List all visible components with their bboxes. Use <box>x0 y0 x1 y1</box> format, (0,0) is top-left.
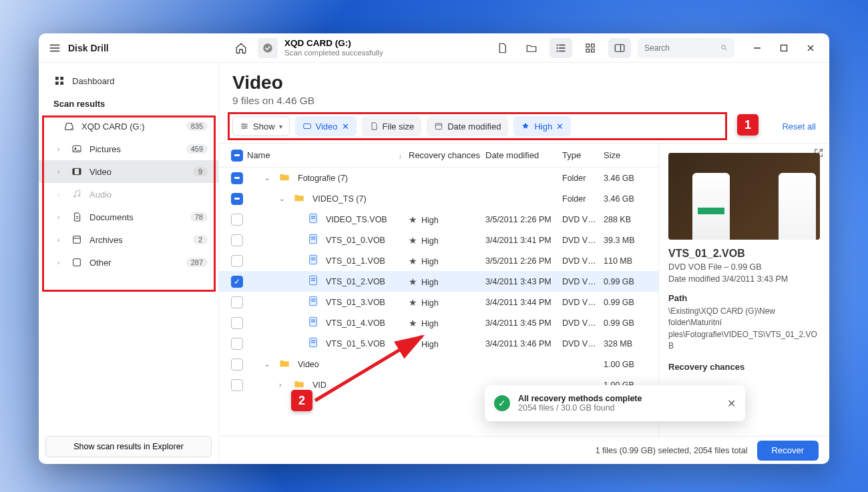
minimize-button[interactable] <box>745 38 769 58</box>
reset-filters-link[interactable]: Reset all <box>782 121 816 132</box>
detail-filename: VTS_01_2.VOB <box>668 248 820 260</box>
maximize-icon <box>780 44 788 52</box>
recovery-cell: ★High <box>409 235 485 246</box>
table-row[interactable]: ⌄Fotografie (7)Folder3.46 GB <box>219 168 658 188</box>
toast-close-button[interactable]: ✕ <box>727 397 736 410</box>
recover-button[interactable]: Recover <box>757 441 819 461</box>
filter-chip-date[interactable]: Date modified <box>427 116 508 136</box>
star-icon: ★ <box>409 338 417 349</box>
svg-rect-2 <box>592 44 595 47</box>
sidebar-dashboard[interactable]: Dashboard <box>39 69 218 92</box>
sidebar-item-label: Audio <box>89 190 112 200</box>
svg-rect-4 <box>592 49 595 52</box>
sidebar-item-archives[interactable]: › Archives 2 <box>39 228 218 251</box>
sidebar-item-audio[interactable]: › Audio <box>39 183 218 206</box>
svg-rect-39 <box>311 238 316 239</box>
row-checkbox[interactable] <box>231 276 243 288</box>
sidebar-item-documents[interactable]: › Documents 78 <box>39 206 218 228</box>
search-input[interactable] <box>644 43 716 53</box>
row-checkbox[interactable] <box>231 317 243 329</box>
menu-button[interactable] <box>45 39 64 57</box>
toast-subtitle: 2054 files / 30.0 GB found <box>518 403 642 413</box>
file-name: VTS_01_1.VOB <box>326 256 385 266</box>
breadcrumb-title: XQD CARD (G:) <box>284 38 383 49</box>
list-icon <box>555 42 567 54</box>
file-name: VIDEO_TS (7) <box>312 194 367 204</box>
grid-view-button[interactable] <box>579 38 602 58</box>
panel-toggle-button[interactable] <box>608 38 631 58</box>
size-cell: 0.99 GB <box>604 318 650 328</box>
folder-icon <box>279 358 290 370</box>
star-icon: ★ <box>409 235 417 246</box>
sliders-icon <box>240 121 249 131</box>
sidebar-item-label: Video <box>89 167 112 177</box>
table-row[interactable]: VTS_01_5.VOB★High3/4/2011 3:46 PMDVD V…3… <box>219 333 658 354</box>
col-date[interactable]: Date modified <box>485 150 562 160</box>
svg-rect-54 <box>311 342 316 342</box>
maximize-button[interactable] <box>772 38 796 58</box>
filter-show[interactable]: Show ▾ <box>232 116 290 136</box>
table-row[interactable]: VTS_01_2.VOB★High3/4/2011 3:43 PMDVD V…0… <box>219 271 658 292</box>
row-checkbox[interactable] <box>231 172 243 184</box>
show-in-explorer-button[interactable]: Show scan results in Explorer <box>45 436 212 457</box>
expander-icon[interactable]: › <box>279 381 287 389</box>
row-checkbox[interactable] <box>231 338 243 350</box>
svg-point-22 <box>78 194 80 196</box>
remove-chip-icon[interactable]: ✕ <box>556 121 564 132</box>
svg-rect-20 <box>79 168 81 174</box>
filter-chip-video[interactable]: Video ✕ <box>295 116 357 136</box>
date-cell: 3/4/2011 3:41 PM <box>485 236 562 245</box>
svg-rect-12 <box>60 77 63 80</box>
video-icon <box>302 121 312 131</box>
table-row[interactable]: VIDEO_TS.VOB★High3/5/2011 2:26 PMDVD V…2… <box>219 209 658 230</box>
detail-date: Date modified 3/4/2011 3:43 PM <box>668 274 820 284</box>
table-row[interactable]: ⌄VIDEO_TS (7)Folder3.46 GB <box>219 188 658 209</box>
folder-icon <box>294 379 304 391</box>
new-file-button[interactable] <box>491 38 513 58</box>
table-row[interactable]: VTS_01_3.VOB★High3/4/2011 3:44 PMDVD V…0… <box>219 292 658 312</box>
row-checkbox[interactable] <box>231 296 243 308</box>
expander-icon[interactable]: ⌄ <box>279 195 287 202</box>
type-cell: DVD V… <box>562 298 604 307</box>
table-row[interactable]: VTS_01_1.VOB★High3/5/2011 2:26 PMDVD V…1… <box>219 250 658 271</box>
col-size[interactable]: Size <box>604 150 650 160</box>
close-button[interactable] <box>799 38 823 58</box>
row-checkbox[interactable] <box>231 193 243 205</box>
type-cell: DVD V… <box>562 318 604 328</box>
sidebar-item-video[interactable]: › Video 9 <box>39 160 218 183</box>
toast-notification: ✓ All recovery methods complete 2054 fil… <box>485 385 745 421</box>
col-name[interactable]: Name↓ <box>247 150 409 160</box>
type-cell: DVD V… <box>562 339 604 348</box>
sidebar-item-other[interactable]: › Other 287 <box>39 251 218 274</box>
scan-status[interactable] <box>258 38 278 58</box>
chevron-right-icon: › <box>57 259 64 266</box>
picture-icon <box>71 144 83 154</box>
calendar-icon <box>434 121 443 131</box>
expander-icon[interactable]: ⌄ <box>264 360 272 368</box>
folder-icon <box>279 172 290 184</box>
search-box[interactable] <box>638 38 734 58</box>
row-checkbox[interactable] <box>231 234 243 246</box>
expander-icon[interactable]: ⌄ <box>264 174 272 182</box>
sidebar-item-drive[interactable]: XQD CARD (G:) 835 <box>39 115 218 138</box>
folder-icon <box>525 42 537 54</box>
row-checkbox[interactable] <box>231 255 243 267</box>
row-checkbox[interactable] <box>231 358 243 371</box>
filter-chip-filesize[interactable]: File size <box>362 116 422 136</box>
filter-chip-high[interactable]: High ✕ <box>513 116 571 136</box>
sidebar-item-pictures[interactable]: › Pictures 459 <box>39 138 218 160</box>
col-type[interactable]: Type <box>562 150 604 160</box>
table-row[interactable]: ⌄Video1.00 GB <box>219 354 658 375</box>
list-view-button[interactable] <box>550 38 572 58</box>
row-checkbox[interactable] <box>231 379 243 391</box>
row-checkbox[interactable] <box>231 214 243 226</box>
folder-button[interactable] <box>520 38 543 58</box>
home-button[interactable] <box>231 38 251 58</box>
table-row[interactable]: VTS_01_4.VOB★High3/4/2011 3:45 PMDVD V…0… <box>219 312 658 333</box>
table-row[interactable]: VTS_01_0.VOB★High3/4/2011 3:41 PMDVD V…3… <box>219 230 658 250</box>
remove-chip-icon[interactable]: ✕ <box>342 121 349 132</box>
select-all-checkbox[interactable] <box>231 150 243 162</box>
breadcrumb: XQD CARD (G:) Scan completed successfull… <box>284 38 383 57</box>
sidebar-count: 78 <box>190 212 208 222</box>
col-recovery[interactable]: Recovery chances <box>409 150 485 160</box>
